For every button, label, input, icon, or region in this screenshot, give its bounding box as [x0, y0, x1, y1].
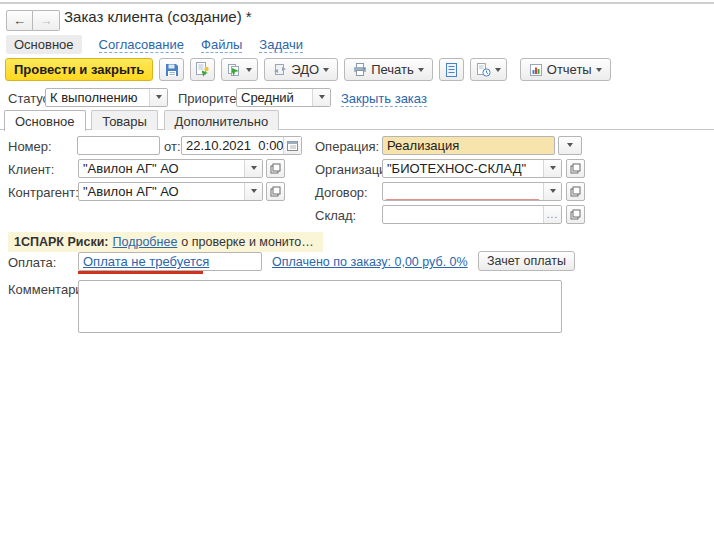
dropdown-icon: [495, 68, 501, 75]
calendar-button[interactable]: [283, 137, 301, 154]
edo-button[interactable]: ЭДО: [264, 58, 338, 81]
operation-dropdown-button[interactable]: [558, 136, 582, 155]
form-tab-main[interactable]: Основное: [4, 110, 86, 131]
dropdown-icon: [550, 166, 556, 173]
spark-details-link[interactable]: Подробнее: [113, 235, 178, 249]
contractor-combobox[interactable]: "Авилон АГ" АО: [78, 182, 263, 201]
dropdown-icon: [323, 68, 329, 75]
operation-value[interactable]: Реализация: [383, 138, 554, 153]
contractor-label: Контрагент:: [8, 185, 79, 200]
open-link-icon: [570, 163, 581, 174]
forward-icon: →: [40, 13, 53, 28]
status-dropdown-button[interactable]: [149, 89, 167, 106]
post-and-close-button[interactable]: Провести и закрыть: [5, 58, 153, 81]
status-value[interactable]: К выполнению: [46, 90, 149, 105]
back-icon: ←: [13, 13, 26, 28]
contract-dropdown-button[interactable]: [543, 183, 561, 200]
warehouse-label: Склад:: [315, 208, 356, 223]
paid-by-order-link[interactable]: Оплачено по заказу: 0,00 руб. 0%: [272, 255, 468, 269]
contractor-value[interactable]: "Авилон АГ" АО: [79, 184, 244, 199]
contract-open-button[interactable]: [566, 182, 585, 201]
post-document-button[interactable]: [190, 58, 215, 81]
spark-banner-prefix: 1СПАРК Риски:: [14, 235, 109, 249]
organization-value[interactable]: "БИОТЕХНОС-СКЛАД": [383, 161, 543, 176]
dropdown-icon: [596, 68, 602, 75]
payment-not-required-link[interactable]: Оплата не требуется: [83, 254, 209, 269]
nav-tab-files[interactable]: Файлы: [201, 37, 242, 53]
open-link-icon: [570, 186, 581, 197]
date-input[interactable]: 22.10.2021 0:00:00: [181, 136, 302, 155]
open-link-icon: [270, 186, 281, 197]
spark-banner-suffix: о проверке и монито…: [181, 235, 313, 249]
dropdown-icon: [567, 143, 573, 150]
client-open-button[interactable]: [266, 159, 285, 178]
form-tab-additional[interactable]: Дополнительно: [164, 110, 280, 130]
payment-alert-underline: [78, 271, 203, 274]
dropdown-icon: [251, 189, 257, 196]
window-top-edge: [0, 2, 714, 4]
nav-tab-tasks[interactable]: Задачи: [259, 37, 303, 53]
client-dropdown-button[interactable]: [244, 160, 262, 177]
priority-combobox[interactable]: Средний: [236, 88, 331, 107]
client-value[interactable]: "Авилон АГ" АО: [79, 161, 244, 176]
open-link-icon: [570, 209, 581, 220]
dropdown-icon: [319, 95, 325, 102]
back-button[interactable]: ←: [6, 10, 33, 31]
contract-required-underline: [386, 199, 539, 200]
form-tabstrip: Основное Товары Дополнительно: [0, 110, 714, 130]
organization-open-button[interactable]: [566, 159, 585, 178]
spark-risks-banner: 1СПАРК Риски: Подробнее о проверке и мон…: [8, 232, 323, 252]
priority-dropdown-button[interactable]: [312, 89, 330, 106]
dropdown-icon: [246, 68, 252, 75]
post-document-icon: [195, 62, 210, 77]
status-combobox[interactable]: К выполнению: [45, 88, 168, 107]
register-list-icon: [446, 63, 457, 77]
edo-icon: [273, 63, 287, 77]
payment-label: Оплата:: [8, 255, 56, 270]
warehouse-open-button[interactable]: [566, 205, 585, 224]
payment-field[interactable]: Оплата не требуется: [78, 252, 262, 271]
reports-button[interactable]: Отчеты: [520, 58, 611, 81]
nav-tab-approval[interactable]: Согласование: [99, 37, 184, 53]
organization-combobox[interactable]: "БИОТЕХНОС-СКЛАД": [382, 159, 562, 178]
edo-label: ЭДО: [291, 62, 319, 77]
comment-textarea[interactable]: [78, 280, 562, 333]
client-combobox[interactable]: "Авилон АГ" АО: [78, 159, 263, 178]
client-label: Клиент:: [8, 162, 54, 177]
forward-button[interactable]: →: [33, 10, 60, 31]
register-list-button[interactable]: [439, 58, 464, 81]
print-label: Печать: [371, 62, 414, 77]
scheduled-tasks-button[interactable]: [470, 58, 507, 81]
operation-label: Операция:: [315, 139, 379, 154]
warehouse-input[interactable]: ...: [382, 205, 562, 224]
page-title: Заказ клиента (создание) *: [64, 8, 252, 25]
print-button[interactable]: Печать: [344, 58, 433, 81]
save-button[interactable]: [159, 58, 184, 81]
date-label: от:: [164, 139, 181, 154]
dropdown-icon: [550, 189, 556, 196]
number-input[interactable]: [77, 136, 160, 155]
priority-value[interactable]: Средний: [237, 90, 312, 105]
contractor-open-button[interactable]: [266, 182, 285, 201]
create-based-on-button[interactable]: [221, 58, 258, 81]
date-value[interactable]: 22.10.2021 0:00:00: [182, 138, 283, 153]
dropdown-icon: [418, 68, 424, 75]
payment-offset-button[interactable]: Зачет оплаты: [478, 251, 575, 271]
printer-icon: [353, 63, 367, 76]
document-clock-icon: [476, 63, 491, 77]
header-nav-tabs: Основное Согласование Файлы Задачи: [6, 35, 303, 54]
close-order-link[interactable]: Закрыть заказ: [341, 91, 427, 107]
history-nav: ← →: [6, 10, 60, 31]
contract-combobox[interactable]: [382, 182, 562, 201]
floppy-disk-icon: [165, 63, 179, 77]
warehouse-choose-button[interactable]: ...: [543, 206, 561, 223]
organization-dropdown-button[interactable]: [543, 160, 561, 177]
form-tab-goods[interactable]: Товары: [91, 110, 158, 130]
operation-combobox[interactable]: Реализация: [382, 136, 555, 155]
contractor-dropdown-button[interactable]: [244, 183, 262, 200]
report-chart-icon: [529, 63, 543, 77]
number-label: Номер:: [8, 139, 52, 154]
nav-tab-main[interactable]: Основное: [6, 35, 82, 54]
dropdown-icon: [251, 166, 257, 173]
calendar-icon: [287, 140, 298, 151]
